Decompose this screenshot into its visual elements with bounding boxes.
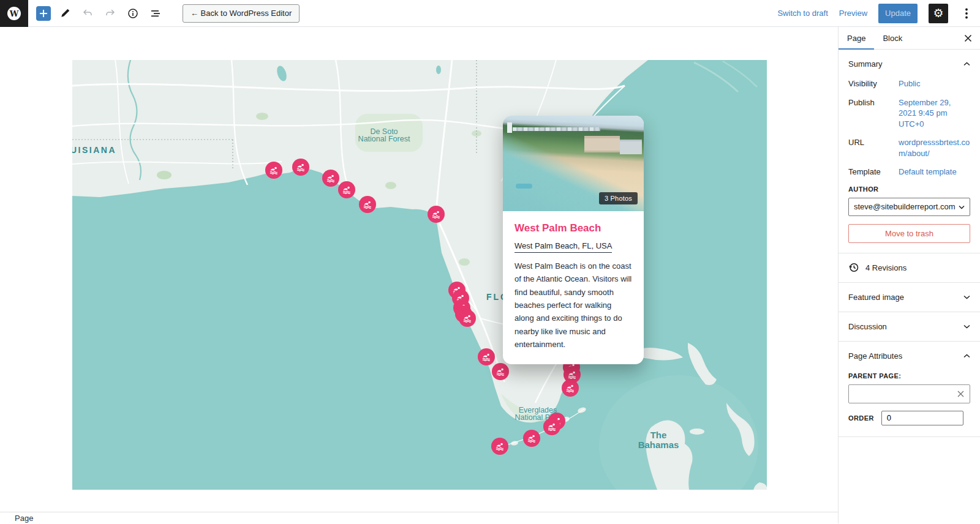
photo-hotel xyxy=(584,136,620,152)
preview-button[interactable]: Preview xyxy=(839,9,867,18)
beach-marker[interactable] xyxy=(428,206,445,223)
poi-title: West Palm Beach xyxy=(514,222,632,234)
editor-footer: Page xyxy=(0,512,838,523)
chevron-down-icon xyxy=(963,295,970,299)
settings-button[interactable]: ⚙ xyxy=(929,4,948,23)
url-value[interactable]: wordpresssbrtest.com/about/ xyxy=(899,137,970,159)
undo-button[interactable] xyxy=(79,5,96,22)
featured-image-panel-toggle[interactable]: Featured image xyxy=(839,283,980,312)
parent-page-input[interactable] xyxy=(849,385,970,403)
beach-marker[interactable] xyxy=(478,348,495,365)
publish-label: Publish xyxy=(848,97,899,130)
poi-card-west-palm-beach[interactable]: 3 Photos West Palm Beach West Palm Beach… xyxy=(503,116,644,364)
switch-to-draft-button[interactable]: Switch to draft xyxy=(777,9,827,18)
back-to-wordpress-editor-button[interactable]: ← Back to WordPress Editor xyxy=(183,4,300,23)
url-row: URL wordpresssbrtest.com/about/ xyxy=(848,137,970,159)
tools-button[interactable] xyxy=(56,5,74,22)
publish-row: Publish September 29, 2021 9:45 pm UTC+0 xyxy=(848,97,970,130)
settings-sidebar: Page Block Summary Visibility Public Pub… xyxy=(838,27,980,523)
pencil-icon xyxy=(60,8,70,18)
visibility-label: Visibility xyxy=(848,78,899,89)
discussion-panel-toggle[interactable]: Discussion xyxy=(839,312,980,342)
undo-icon xyxy=(82,9,93,18)
options-menu-button[interactable] xyxy=(959,4,974,23)
wordpress-icon: W xyxy=(6,6,22,21)
order-input[interactable] xyxy=(881,411,963,425)
close-icon xyxy=(964,34,972,42)
poi-description: West Palm Beach is on the coast of the A… xyxy=(514,260,632,351)
kebab-icon xyxy=(965,8,968,19)
breadcrumb[interactable]: Page xyxy=(15,514,33,523)
visibility-row: Visibility Public xyxy=(848,78,970,89)
beach-marker[interactable] xyxy=(543,418,560,435)
move-to-trash-button[interactable]: Move to trash xyxy=(848,224,970,243)
details-button[interactable] xyxy=(124,5,141,22)
discussion-label: Discussion xyxy=(848,322,887,331)
photo-skyline xyxy=(513,127,600,131)
summary-panel-toggle[interactable]: Summary xyxy=(839,50,980,78)
beach-marker[interactable] xyxy=(459,310,476,327)
poi-photo[interactable]: 3 Photos xyxy=(503,116,644,211)
editor-toolbar: W ← Back to WordPress Editor Switch to d… xyxy=(0,0,980,27)
plus-icon xyxy=(39,9,48,18)
template-row: Template Default template xyxy=(848,167,970,178)
block-inserter-button[interactable] xyxy=(36,6,51,21)
order-label: ORDER xyxy=(848,414,874,422)
tab-page[interactable]: Page xyxy=(839,27,874,49)
parent-page-combobox[interactable] xyxy=(848,384,970,403)
photo-count-badge[interactable]: 3 Photos xyxy=(599,192,638,204)
summary-panel: Summary Visibility Public Publish Septem… xyxy=(839,50,980,253)
page-attributes-body: PARENT PAGE: ORDER xyxy=(839,371,980,437)
beach-marker[interactable] xyxy=(322,170,339,187)
chevron-up-icon xyxy=(963,62,970,66)
map-block[interactable]: UISIANA De Soto National Forest FLORIDA … xyxy=(72,60,767,490)
beach-marker[interactable] xyxy=(523,430,540,447)
author-select[interactable]: steve@sitebuilderreport.com xyxy=(848,198,970,216)
template-label: Template xyxy=(848,167,899,178)
tab-block[interactable]: Block xyxy=(874,27,911,49)
clear-icon[interactable] xyxy=(957,390,965,398)
chevron-up-icon xyxy=(963,354,970,358)
label-desoto-2: National Forest xyxy=(358,135,410,143)
visibility-value[interactable]: Public xyxy=(899,78,970,89)
photo-building xyxy=(507,122,512,133)
url-label: URL xyxy=(848,137,899,159)
label-bahamas-2: Bahamas xyxy=(638,440,679,450)
label-bahamas-1: The xyxy=(650,430,667,440)
poi-location: West Palm Beach, FL, USA xyxy=(514,241,612,253)
editor-canvas: UISIANA De Soto National Forest FLORIDA … xyxy=(0,27,838,523)
template-value[interactable]: Default template xyxy=(899,167,970,178)
beach-marker[interactable] xyxy=(292,159,309,176)
list-view-button[interactable] xyxy=(147,5,164,22)
beach-marker[interactable] xyxy=(338,181,355,198)
author-label: AUTHOR xyxy=(848,185,970,193)
wordpress-logo[interactable]: W xyxy=(0,0,28,27)
label-louisiana: UISIANA xyxy=(72,145,116,155)
publish-value[interactable]: September 29, 2021 9:45 pm UTC+0 xyxy=(899,97,970,130)
photo-pool xyxy=(516,184,532,189)
svg-text:W: W xyxy=(9,9,19,18)
revisions-button[interactable]: 4 Revisions xyxy=(839,253,980,283)
close-sidebar-button[interactable] xyxy=(956,27,980,49)
beach-marker[interactable] xyxy=(491,438,508,455)
chevron-down-icon xyxy=(959,205,965,209)
featured-image-label: Featured image xyxy=(848,293,904,302)
redo-icon xyxy=(105,9,116,18)
beach-marker[interactable] xyxy=(562,380,579,397)
page-attributes-panel-toggle[interactable]: Page Attributes xyxy=(839,342,980,371)
page-attributes-label: Page Attributes xyxy=(848,351,902,361)
beach-marker[interactable] xyxy=(492,363,509,380)
revisions-label: 4 Revisions xyxy=(865,263,907,272)
beach-marker[interactable] xyxy=(265,162,282,179)
map[interactable]: UISIANA De Soto National Forest FLORIDA … xyxy=(72,60,767,490)
gear-icon: ⚙ xyxy=(933,7,943,19)
info-icon xyxy=(127,8,138,19)
chevron-down-icon xyxy=(963,324,970,329)
author-select-value: steve@sitebuilderreport.com xyxy=(854,202,956,211)
redo-button[interactable] xyxy=(102,5,119,22)
beach-marker[interactable] xyxy=(359,196,376,213)
update-button[interactable]: Update xyxy=(878,4,918,23)
list-view-icon xyxy=(150,9,161,18)
summary-title: Summary xyxy=(848,59,883,69)
photo-hotel-2 xyxy=(620,140,642,154)
